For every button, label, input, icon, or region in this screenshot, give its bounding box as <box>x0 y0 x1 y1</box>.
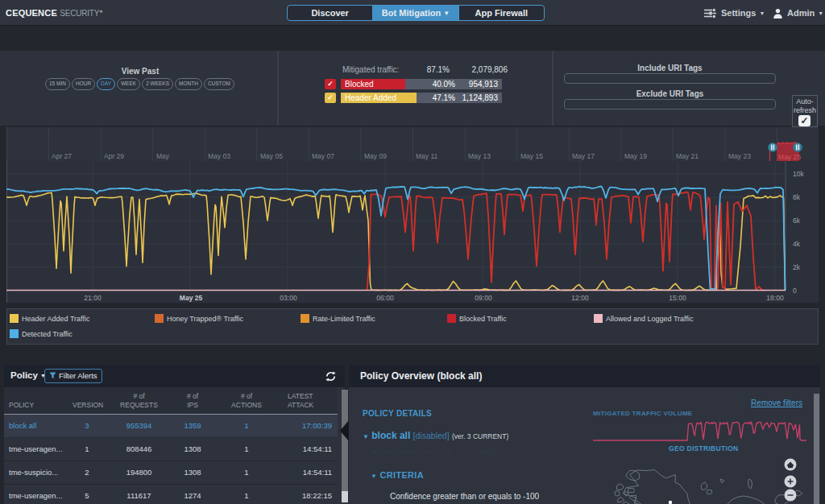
svg-text:May 25: May 25 <box>778 153 801 161</box>
